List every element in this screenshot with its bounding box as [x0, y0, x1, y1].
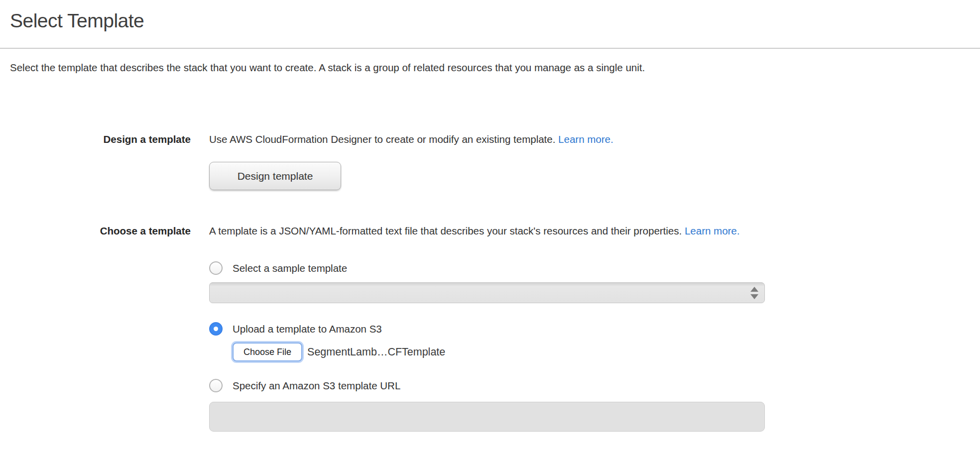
file-upload-row: Choose File SegmentLamb…CFTemplate: [233, 343, 445, 361]
design-template-label: Design a template: [0, 133, 191, 145]
select-template-page: Select Template Select the template that…: [0, 0, 980, 462]
design-template-button[interactable]: Design template: [209, 162, 341, 190]
s3-url-option-label: Specify an Amazon S3 template URL: [233, 380, 400, 392]
choose-template-description: A template is a JSON/YAML-formatted text…: [209, 225, 685, 236]
design-template-text: Use AWS CloudFormation Designer to creat…: [209, 133, 613, 145]
page-description: Select the template that describes the s…: [10, 62, 956, 74]
arrow-up-icon: [750, 287, 758, 292]
title-divider: [0, 48, 980, 49]
sample-template-option-label: Select a sample template: [233, 262, 347, 274]
select-stepper-icon: [750, 287, 758, 299]
uploaded-file-name: SegmentLamb…CFTemplate: [307, 346, 445, 358]
sample-template-select[interactable]: [209, 282, 765, 303]
choose-template-text: A template is a JSON/YAML-formatted text…: [209, 225, 739, 237]
sample-template-radio-icon[interactable]: [209, 261, 223, 275]
sample-template-option[interactable]: Select a sample template: [209, 261, 347, 275]
design-learn-more-link[interactable]: Learn more.: [558, 133, 613, 145]
page-title: Select Template: [10, 10, 144, 32]
s3-url-option[interactable]: Specify an Amazon S3 template URL: [209, 379, 400, 392]
choose-template-label: Choose a template: [0, 225, 191, 237]
upload-template-option-label: Upload a template to Amazon S3: [233, 323, 382, 335]
s3-url-input[interactable]: [209, 402, 765, 432]
radio-dot-icon: [214, 327, 218, 331]
choose-learn-more-link[interactable]: Learn more.: [685, 225, 740, 236]
upload-template-radio-icon[interactable]: [209, 322, 223, 336]
design-template-description: Use AWS CloudFormation Designer to creat…: [209, 133, 558, 145]
arrow-down-icon: [750, 294, 758, 299]
s3-url-radio-icon[interactable]: [209, 379, 223, 392]
upload-template-option[interactable]: Upload a template to Amazon S3: [209, 322, 382, 336]
choose-file-button[interactable]: Choose File: [233, 343, 302, 361]
